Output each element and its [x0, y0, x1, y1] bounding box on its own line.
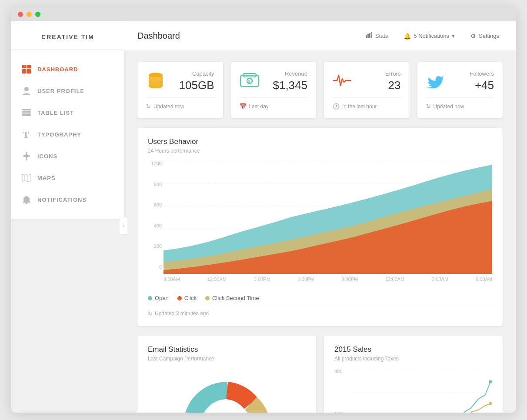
legend-label-click: Click	[184, 295, 197, 301]
svg-point-34	[489, 380, 492, 383]
sidebar-item-label-notifications: NOTIFICATIONS	[37, 197, 87, 203]
main-content: Dashboard Stats	[124, 21, 516, 413]
notifications-label: 5 Notifications	[414, 33, 449, 39]
capacity-value: 105GB	[179, 79, 214, 92]
svg-rect-7	[22, 113, 31, 115]
stat-card-errors: Errors 23 🕐 In the last hour	[324, 62, 410, 118]
sidebar-brand: CREATIVE TIM	[11, 21, 124, 50]
email-stats-subtitle: Last Campaign Performance	[148, 356, 306, 362]
content-area: Capacity 105GB ↻ Updated now	[124, 51, 516, 413]
legend-click-second: Click Second Time	[205, 295, 259, 301]
capacity-info: Capacity 105GB	[179, 70, 214, 92]
y-label-200: 200	[148, 243, 162, 249]
sidebar-item-label-dashboard: DASHBOARD	[37, 66, 78, 73]
capacity-footer-text: Updated now	[153, 103, 184, 110]
svg-rect-18	[371, 32, 372, 38]
errors-info: Errors 23	[385, 70, 400, 92]
legend-label-open: Open	[155, 295, 169, 301]
revenue-value: $1,345	[273, 79, 307, 92]
browser-minimize[interactable]	[27, 12, 32, 17]
behavior-chart-svg	[163, 161, 492, 274]
refresh3-icon: ↻	[148, 310, 152, 317]
errors-label: Errors	[385, 70, 400, 77]
behavior-chart-title: Users Behavior	[148, 137, 492, 146]
settings-label: Settings	[479, 33, 499, 39]
sidebar-item-icons[interactable]: ICONS	[11, 145, 124, 167]
sidebar-item-label-user-profile: USER PROFILE	[37, 88, 84, 94]
chart-updated: ↻ Updated 3 minutes ago	[148, 306, 492, 317]
sales-chart-area: 900 800	[334, 369, 492, 413]
y-label-600: 600	[148, 202, 162, 207]
svg-rect-2	[22, 69, 26, 73]
y-label-0: 0	[148, 264, 162, 270]
header: Dashboard Stats	[124, 21, 516, 51]
errors-footer-text: In the last hour	[342, 103, 377, 110]
svg-rect-3	[27, 69, 31, 73]
maps-icon	[22, 173, 31, 183]
email-stats-title: Email Statistics	[148, 345, 306, 354]
sidebar-item-user-profile[interactable]: USER PROFILE	[11, 80, 124, 102]
sidebar-item-maps[interactable]: MAPS	[11, 167, 124, 189]
sidebar-item-label-typography: TYPOGRAPHY	[37, 131, 81, 138]
errors-icon	[333, 73, 352, 90]
capacity-footer: ↻ Updated now	[146, 97, 214, 110]
table-list-icon	[22, 108, 31, 117]
sales-line-svg	[352, 369, 492, 413]
y-label-800: 800	[148, 182, 162, 187]
revenue-label: Revenue	[273, 70, 307, 77]
followers-footer-text: Updated now	[434, 103, 464, 110]
sidebar-item-notifications[interactable]: NOTIFICATIONS	[11, 189, 124, 210]
sales-y-900: 900	[334, 369, 348, 374]
sidebar-item-typography[interactable]: T TYPOGRAPHY	[11, 123, 124, 145]
svg-rect-6	[22, 111, 31, 113]
sidebar-item-dashboard[interactable]: DASHBOARD	[11, 58, 124, 80]
revenue-info: Revenue $1,345	[273, 70, 307, 92]
user-profile-icon	[22, 86, 31, 96]
stat-card-capacity: Capacity 105GB ↻ Updated now	[137, 62, 223, 118]
sidebar-item-label-maps: MAPS	[37, 175, 56, 181]
typography-icon: T	[22, 130, 31, 139]
followers-value: +45	[470, 79, 494, 92]
page-title: Dashboard	[137, 31, 180, 41]
followers-footer: ↻ Updated now	[426, 97, 494, 110]
bottom-cards: Email Statistics Last Campaign Performan…	[137, 336, 503, 413]
sidebar-collapse-toggle[interactable]: ‹	[119, 217, 128, 234]
svg-rect-17	[369, 33, 370, 38]
followers-label: Followers	[470, 70, 494, 77]
email-donut-area	[148, 369, 306, 413]
stat-cards: Capacity 105GB ↻ Updated now	[137, 62, 503, 118]
legend-dot-open	[148, 296, 152, 300]
chart-legend: Open Click Click Second Time	[148, 289, 492, 301]
sidebar: CREATIVE TIM DASHBOARD	[11, 21, 124, 219]
icons-icon	[22, 151, 31, 161]
stats-icon	[366, 32, 373, 40]
legend-label-click-second: Click Second Time	[212, 295, 259, 301]
refresh-icon: ↻	[146, 103, 151, 110]
clock-icon: 🕐	[333, 103, 340, 110]
notifications-button[interactable]: 🔔 5 Notifications ▾	[400, 30, 458, 42]
svg-point-35	[489, 402, 492, 405]
dashboard-icon	[22, 64, 31, 74]
errors-footer: 🕐 In the last hour	[333, 97, 401, 110]
settings-button[interactable]: ⚙ Settings	[467, 30, 503, 42]
browser-maximize[interactable]	[35, 12, 40, 17]
stats-button[interactable]: Stats	[362, 30, 392, 42]
svg-point-21	[149, 81, 163, 87]
x-label-9am: 9:00AM	[163, 277, 180, 282]
sales-title: 2015 Sales	[334, 345, 492, 354]
browser-close[interactable]	[18, 12, 23, 17]
sidebar-item-table-list[interactable]: TABLE LIST	[11, 102, 124, 123]
capacity-icon	[146, 71, 165, 92]
svg-rect-0	[22, 65, 26, 68]
errors-value: 23	[385, 79, 400, 92]
revenue-footer: 📅 Last day	[240, 97, 308, 110]
x-label-3pm: 3:00PM	[254, 277, 270, 282]
calendar-icon: 📅	[240, 103, 247, 110]
stat-card-revenue: $ Revenue $1,345 📅 Last day	[231, 62, 317, 118]
legend-dot-click	[177, 296, 182, 300]
revenue-footer-text: Last day	[249, 103, 269, 110]
sales-y-800: 800	[334, 411, 348, 413]
sales-card: 2015 Sales All products including Taxes …	[324, 336, 503, 413]
chevron-down-icon: ▾	[452, 33, 455, 39]
legend-click: Click	[177, 295, 197, 301]
